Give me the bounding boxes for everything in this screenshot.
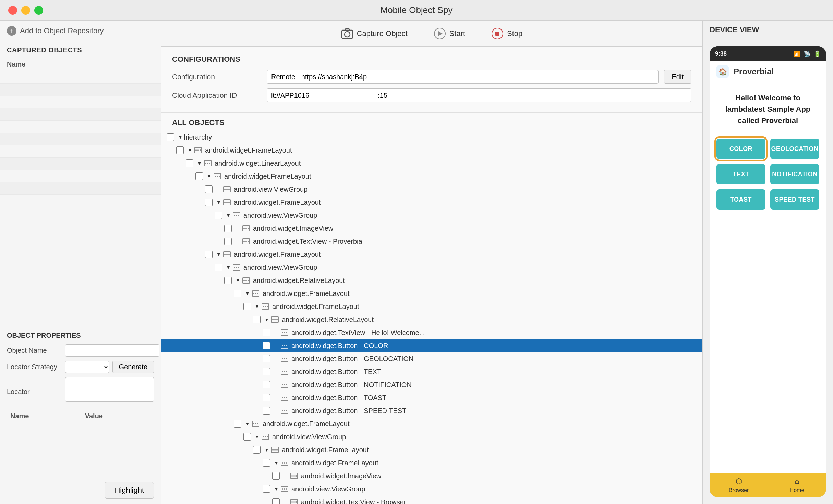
tree-node-icon: [280, 485, 289, 492]
tree-node-btn_geolocation[interactable]: android.widget.Button - GEOLOCATION: [161, 352, 702, 365]
tree-checkbox[interactable]: [253, 316, 261, 323]
locator-textarea[interactable]: [65, 377, 154, 402]
tree-node-btn_color[interactable]: android.widget.Button - COLOR: [161, 339, 702, 352]
geolocation-button[interactable]: GEOLOCATION: [770, 139, 819, 159]
tree-node-btn_toast[interactable]: android.widget.Button - TOAST: [161, 391, 702, 404]
object-name-input[interactable]: [65, 344, 159, 357]
tree-node-framelayout1[interactable]: ▼android.widget.FrameLayout: [161, 144, 702, 157]
tree-checkbox[interactable]: [263, 394, 270, 401]
generate-button[interactable]: Generate: [112, 361, 154, 373]
tree-node-viewgroup4[interactable]: ▼android.view.ViewGroup: [161, 430, 702, 443]
tree-checkbox[interactable]: [176, 146, 184, 154]
tree-node-textview_browser[interactable]: android.widget.TextView - Browser: [161, 495, 702, 504]
tree-checkbox[interactable]: [263, 342, 270, 349]
config-input[interactable]: [267, 70, 659, 84]
stop-button[interactable]: Stop: [483, 24, 531, 43]
node-icon-dots: [243, 241, 249, 242]
maximize-button[interactable]: [34, 6, 43, 15]
tree-node-icon: [261, 303, 270, 310]
start-button[interactable]: Start: [425, 24, 473, 43]
tree-node-framelayout9[interactable]: ▼android.widget.FrameLayout: [161, 456, 702, 469]
tree-checkbox[interactable]: [263, 459, 270, 467]
tree-node-linearlayout[interactable]: ▼android.widget.LinearLayout: [161, 157, 702, 170]
tree-node-relativelayout2[interactable]: ▼android.widget.RelativeLayout: [161, 313, 702, 326]
tree-node-icon: [213, 173, 222, 180]
tree-checkbox[interactable]: [224, 277, 232, 284]
tree-checkbox[interactable]: [263, 368, 270, 375]
tree-checkbox[interactable]: [272, 498, 280, 504]
tree-checkbox[interactable]: [205, 251, 213, 258]
tree-checkbox[interactable]: [253, 446, 261, 454]
close-button[interactable]: [8, 6, 17, 15]
tree-node-imageview2[interactable]: android.widget.ImageView: [161, 469, 702, 482]
tree-node-framelayout7[interactable]: ▼android.widget.FrameLayout: [161, 417, 702, 430]
icon-dot: [272, 319, 274, 320]
tree-checkbox[interactable]: [224, 225, 232, 232]
tree-toggle-icon: [234, 238, 241, 245]
tree-node-imageview[interactable]: android.widget.ImageView: [161, 222, 702, 235]
tree-checkbox[interactable]: [243, 433, 251, 441]
toast-button[interactable]: TOAST: [716, 189, 765, 210]
tree-node-viewgroup5[interactable]: ▼android.view.ViewGroup: [161, 482, 702, 495]
tree-node-framelayout6[interactable]: ▼android.widget.FrameLayout: [161, 300, 702, 313]
color-button[interactable]: COLOR: [716, 139, 765, 159]
tree-node-framelayout4[interactable]: ▼android.widget.FrameLayout: [161, 248, 702, 261]
tree-checkbox[interactable]: [186, 159, 193, 167]
speed-test-button[interactable]: SPEED TEST: [770, 189, 819, 210]
node-icon-dots: [243, 228, 249, 229]
tree-node-icon: [280, 355, 289, 362]
tree-node-viewgroup2[interactable]: ▼android.view.ViewGroup: [161, 209, 702, 222]
node-icon-box: [271, 447, 279, 453]
tree-checkbox[interactable]: [215, 212, 222, 219]
tree-node-textview_proverbial[interactable]: android.widget.TextView - Proverbial: [161, 235, 702, 248]
icon-dot: [217, 176, 218, 177]
camera-icon: [341, 27, 353, 40]
icon-dot: [295, 501, 297, 503]
tree-checkbox[interactable]: [243, 303, 251, 310]
tree-node-framelayout5[interactable]: ▼android.widget.FrameLayout: [161, 287, 702, 300]
tree-checkbox[interactable]: [234, 420, 241, 428]
tree-checkbox[interactable]: [272, 472, 280, 480]
tree-checkbox[interactable]: [215, 264, 222, 271]
tree-checkbox[interactable]: [263, 355, 270, 362]
tree-node-label: android.widget.Button - GEOLOCATION: [291, 355, 697, 363]
tree-node-icon: [280, 407, 289, 414]
tree-node-framelayout2[interactable]: ▼android.widget.FrameLayout: [161, 170, 702, 183]
tree-node-btn_speedtest[interactable]: android.widget.Button - SPEED TEST: [161, 404, 702, 417]
cloud-app-input[interactable]: [267, 88, 691, 102]
tree-node-framelayout3[interactable]: ▼android.widget.FrameLayout: [161, 196, 702, 209]
all-objects-section: ALL OBJECTS ▼hierarchy▼android.widget.Fr…: [161, 113, 702, 504]
add-to-object-repository-button[interactable]: + Add to Object Repository: [7, 26, 104, 36]
tree-checkbox[interactable]: [205, 199, 213, 206]
tree-node-btn_text[interactable]: android.widget.Button - TEXT: [161, 365, 702, 378]
edit-button[interactable]: Edit: [664, 70, 691, 84]
tree-node-btn_notification[interactable]: android.widget.Button - NOTIFICATION: [161, 378, 702, 391]
tree-checkbox[interactable]: [263, 381, 270, 388]
text-button[interactable]: TEXT: [716, 164, 765, 184]
app-title: Mobile Object Spy: [381, 5, 453, 15]
highlight-button[interactable]: Highlight: [105, 482, 154, 499]
notification-button[interactable]: NOTIFICATION: [770, 164, 819, 184]
icon-dot: [257, 423, 258, 424]
tree-node-viewgroup3[interactable]: ▼android.view.ViewGroup: [161, 261, 702, 274]
home-nav-item[interactable]: ⌂ Home: [768, 477, 826, 493]
tree-checkbox[interactable]: [205, 185, 213, 193]
tree-checkbox[interactable]: [167, 133, 174, 141]
tree-checkbox[interactable]: [263, 485, 270, 493]
icon-dot: [248, 280, 249, 281]
minimize-button[interactable]: [21, 6, 30, 15]
tree-node-framelayout8[interactable]: ▼android.widget.FrameLayout: [161, 443, 702, 456]
tree-checkbox[interactable]: [195, 172, 203, 180]
tree-node-viewgroup1[interactable]: android.view.ViewGroup: [161, 183, 702, 196]
tree-checkbox[interactable]: [234, 290, 241, 297]
capture-object-button[interactable]: Capture Object: [333, 24, 416, 43]
locator-strategy-select[interactable]: [65, 361, 109, 373]
tree-node-icon: [280, 394, 289, 401]
tree-checkbox[interactable]: [263, 329, 270, 336]
tree-node-relativelayout1[interactable]: ▼android.widget.RelativeLayout: [161, 274, 702, 287]
browser-nav-item[interactable]: ⬡ Browser: [710, 477, 768, 493]
tree-node-hierarchy[interactable]: ▼hierarchy: [161, 131, 702, 144]
tree-checkbox[interactable]: [263, 407, 270, 415]
tree-checkbox[interactable]: [224, 238, 232, 245]
tree-node-textview_hello[interactable]: android.widget.TextView - Hello! Welcome…: [161, 326, 702, 339]
